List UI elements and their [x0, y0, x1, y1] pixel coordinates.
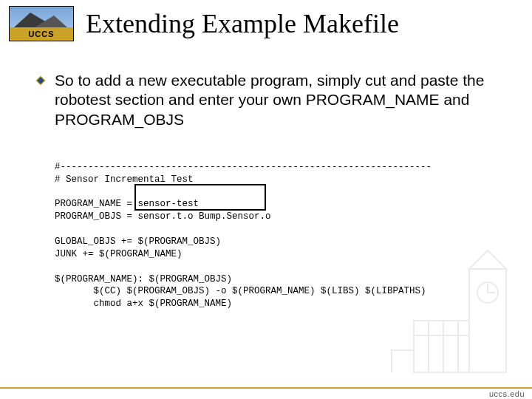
uccs-logo: UCCS	[9, 6, 74, 41]
code-line: $(PROGRAM_NAME): $(PROGRAM_OBJS)	[55, 274, 232, 284]
code-line: JUNK += $(PROGRAM_NAME)	[55, 249, 183, 259]
logo-text: UCCS	[10, 27, 73, 41]
bullet-text: So to add a new executable program, simp…	[55, 71, 497, 129]
slide-content: So to add a new executable program, simp…	[0, 41, 532, 335]
makefile-code: #---------------------------------------…	[55, 149, 497, 335]
code-line: # Sensor Incremental Test	[55, 174, 194, 185]
code-line: chmod a+x $(PROGRAM_NAME)	[55, 299, 232, 309]
code-line: #---------------------------------------…	[55, 162, 432, 172]
code-line: PROGRAM_OBJS = sensor.t.o Bump.Sensor.o	[55, 211, 271, 222]
bullet-item: So to add a new executable program, simp…	[35, 71, 497, 129]
footer-url: uccs.edu	[489, 389, 525, 398]
code-line: $(CC) $(PROGRAM_OBJS) -o $(PROGRAM_NAME)…	[55, 286, 426, 296]
diamond-bullet-icon	[35, 75, 46, 86]
footer-bar	[0, 387, 532, 399]
code-line: GLOBAL_OBJS += $(PROGRAM_OBJS)	[55, 236, 221, 247]
code-line: PROGRAM_NAME = sensor-test	[55, 199, 199, 209]
svg-rect-0	[36, 76, 44, 84]
header: UCCS Extending Example Makefile	[0, 0, 532, 41]
slide-title: Extending Example Makefile	[86, 8, 399, 39]
